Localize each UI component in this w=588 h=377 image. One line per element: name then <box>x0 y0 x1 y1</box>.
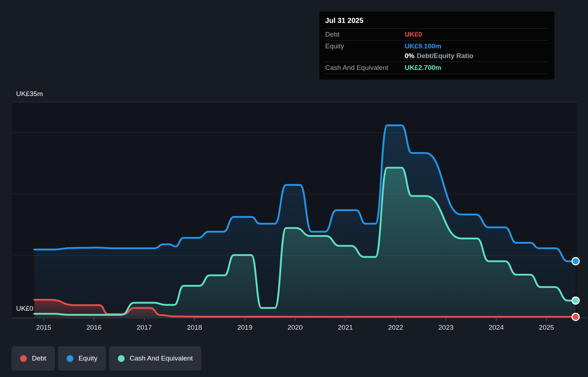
chart-tooltip: Jul 31 2025 Debt UK£0 Equity UK£9.100m 0… <box>319 11 554 80</box>
x-axis-year-label: 2020 <box>288 324 303 331</box>
equity-series-dot-icon <box>67 355 73 362</box>
x-axis-year-label: 2015 <box>36 324 51 331</box>
tooltip-equity-label: Equity <box>325 42 405 50</box>
x-axis-year-label: 2024 <box>488 324 503 331</box>
tooltip-bottom-divider <box>325 73 549 78</box>
x-axis-year-label: 2016 <box>86 324 101 331</box>
x-axis-year-label: 2018 <box>187 324 202 331</box>
tooltip-cash-value: UK£2.700m <box>405 64 441 72</box>
cash-series-dot-icon <box>118 355 125 362</box>
x-axis-year-label: 2025 <box>539 324 554 331</box>
legend-debt-label: Debt <box>32 354 46 362</box>
tooltip-ratio-row: 0%Debt/Equity Ratio <box>325 52 549 62</box>
tooltip-equity-value: UK£9.100m <box>405 42 441 50</box>
legend-item-equity[interactable]: Equity <box>58 346 106 371</box>
y-axis-max-label: UK£35m <box>16 90 43 98</box>
chart-legend: Debt Equity Cash And Equivalent <box>11 346 201 371</box>
tooltip-date: Jul 31 2025 <box>325 11 549 28</box>
legend-cash-label: Cash And Equivalent <box>130 354 193 362</box>
tooltip-ratio-value: 0%Debt/Equity Ratio <box>405 52 473 60</box>
tooltip-debt-value: UK£0 <box>405 30 422 38</box>
balance-sheet-history-chart: UK£35m UK£0 2015201620172018201920202021… <box>0 0 588 377</box>
legend-item-debt[interactable]: Debt <box>11 346 55 371</box>
legend-equity-label: Equity <box>78 354 97 362</box>
y-axis-zero-label: UK£0 <box>16 305 33 312</box>
x-axis-year-label: 2017 <box>137 324 152 331</box>
tooltip-equity-row: Equity UK£9.100m <box>325 40 549 52</box>
debt-series-dot-icon <box>20 355 27 362</box>
x-axis-year-label: 2019 <box>237 324 252 331</box>
tooltip-debt-row: Debt UK£0 <box>325 28 549 40</box>
tooltip-cash-label: Cash And Equivalent <box>325 64 405 72</box>
tooltip-cash-row: Cash And Equivalent UK£2.700m <box>325 62 549 73</box>
x-axis-year-label: 2023 <box>438 324 453 331</box>
x-axis-year-label: 2022 <box>388 324 403 331</box>
tooltip-debt-label: Debt <box>325 30 405 38</box>
x-axis-year-label: 2021 <box>338 324 353 331</box>
legend-item-cash[interactable]: Cash And Equivalent <box>109 346 201 371</box>
